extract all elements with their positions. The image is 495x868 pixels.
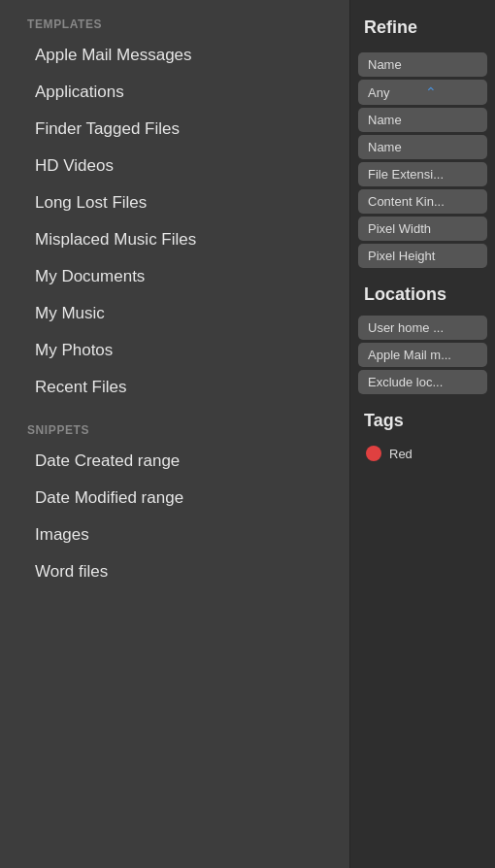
snippet-item-word-files[interactable]: Word files [8,553,342,590]
template-item-hd-videos[interactable]: HD Videos [8,148,342,184]
chevron-icon: ⌃ [425,84,478,100]
tag-label-tag-red: Red [389,447,412,461]
template-item-my-photos[interactable]: My Photos [8,332,342,369]
template-item-misplaced-music-files[interactable]: Misplaced Music Files [8,221,342,258]
snippet-item-date-created-range[interactable]: Date Created range [8,443,342,480]
refine-header: Refine [350,8,495,50]
tag-dot-tag-red [366,446,381,461]
template-item-my-documents[interactable]: My Documents [8,258,342,295]
template-item-finder-tagged-files[interactable]: Finder Tagged Files [8,111,342,148]
tags-section-header: Tags [350,397,495,439]
templates-list: Apple Mail MessagesApplicationsFinder Ta… [0,37,349,406]
locations-section-header: Locations [350,271,495,313]
left-panel: Templates Apple Mail MessagesApplication… [0,0,349,868]
snippets-header: Snippets [0,414,349,443]
location-tag-user-home[interactable]: User home ... [358,316,487,340]
refine-tag-name-3[interactable]: Name [358,135,487,159]
refine-tag-name-2[interactable]: Name [358,108,487,132]
refine-select-any-select[interactable]: Any⌃ [358,80,487,105]
snippet-item-date-modified-range[interactable]: Date Modified range [8,480,342,517]
refine-select-label-any-select: Any [368,85,421,100]
tag-item-tag-red[interactable]: Red [358,441,487,466]
templates-header: Templates [0,8,349,37]
location-tag-exclude-loc[interactable]: Exclude loc... [358,370,487,394]
refine-tags-container: NameAny⌃NameNameFile Extensi...Content K… [350,52,495,268]
template-item-long-lost-files[interactable]: Long Lost Files [8,184,342,221]
refine-tag-pixel-width[interactable]: Pixel Width [358,217,487,241]
template-item-recent-files[interactable]: Recent Files [8,369,342,406]
refine-tag-file-extension[interactable]: File Extensi... [358,162,487,186]
refine-tag-name-1[interactable]: Name [358,52,487,77]
template-item-applications[interactable]: Applications [8,74,342,111]
snippets-list: Date Created rangeDate Modified rangeIma… [0,443,349,590]
right-panel: Refine NameAny⌃NameNameFile Extensi...Co… [349,0,495,868]
refine-tag-content-kind[interactable]: Content Kin... [358,189,487,214]
template-item-my-music[interactable]: My Music [8,295,342,332]
refine-tag-pixel-height[interactable]: Pixel Height [358,244,487,268]
locations-list: User home ...Apple Mail m...Exclude loc.… [350,316,495,394]
tag-items-list: Red [350,441,495,466]
location-tag-apple-mail-m[interactable]: Apple Mail m... [358,343,487,367]
snippet-item-images[interactable]: Images [8,517,342,553]
template-item-apple-mail-messages[interactable]: Apple Mail Messages [8,37,342,74]
